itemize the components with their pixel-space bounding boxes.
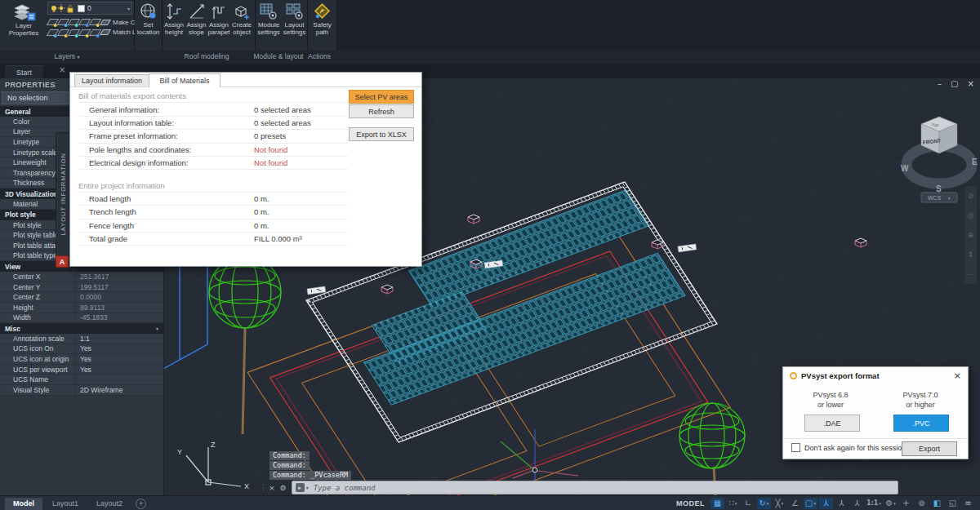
property-row[interactable]: Center Z0.0000 bbox=[0, 292, 163, 303]
model-space-label[interactable]: MODEL bbox=[676, 499, 705, 508]
customize-icon[interactable]: ⚙ bbox=[280, 484, 287, 492]
select-pv-areas-button[interactable]: Select PV areas bbox=[349, 90, 414, 104]
ortho-mode-icon: ∟ bbox=[745, 498, 751, 509]
assign-slope-button[interactable]: Assign slope bbox=[185, 0, 207, 48]
close-icon[interactable]: × bbox=[59, 65, 65, 74]
module-settings-button[interactable]: Module settings bbox=[256, 0, 282, 48]
layer-properties-label: Layer Properties bbox=[2, 23, 46, 37]
property-row[interactable]: UCS per viewportYes bbox=[0, 365, 163, 375]
add-layout-button[interactable]: + bbox=[136, 499, 146, 509]
model-tab-layout2[interactable]: Layout2 bbox=[88, 498, 131, 510]
navbar-icon[interactable]: ◎ bbox=[968, 211, 974, 220]
dae-button[interactable]: .DAE bbox=[804, 415, 860, 432]
close-icon[interactable]: × bbox=[954, 370, 961, 381]
annotation-visibility[interactable]: ⅄ bbox=[819, 498, 833, 509]
navbar-icon[interactable]: ⊕ bbox=[968, 231, 974, 239]
annotation-angle[interactable]: ∠ bbox=[788, 498, 802, 509]
close-icon[interactable]: × bbox=[967, 79, 973, 88]
drag-handle-icon[interactable]: ⋮ bbox=[260, 484, 265, 491]
isolate-objects-icon: ⊚ bbox=[918, 498, 924, 509]
roof-modeling-group-label: Roof modeling bbox=[185, 52, 229, 60]
pvc-button[interactable]: .PVC bbox=[893, 415, 949, 432]
isometric-drafting[interactable]: ╳▾ bbox=[773, 498, 786, 509]
navbar-icon[interactable]: ⋯ bbox=[967, 270, 974, 278]
caret-down-icon: ▾ bbox=[767, 501, 769, 506]
close-icon[interactable]: × bbox=[269, 484, 275, 492]
annotation-autoscale[interactable]: ⅄ bbox=[835, 498, 849, 509]
assign-parapet-button[interactable]: Assign parapet bbox=[207, 0, 230, 48]
restore-icon[interactable]: ▢ bbox=[951, 79, 958, 88]
isolate-objects[interactable]: ⊚ bbox=[915, 498, 929, 509]
viewport-scale-icon: 1:1 bbox=[866, 498, 878, 509]
make-current-icon bbox=[100, 20, 111, 25]
property-row[interactable]: Height89.9113 bbox=[0, 303, 163, 313]
property-label: UCS per viewport bbox=[0, 366, 75, 374]
property-row[interactable]: Width-45.1833 bbox=[0, 313, 163, 324]
layout-settings-button[interactable]: Layout settings bbox=[282, 0, 307, 48]
autocad-pvcase-app: Z Y X W S E TOP FRONT bbox=[0, 0, 980, 510]
property-row[interactable]: UCS Name bbox=[0, 375, 163, 385]
dont-ask-again-checkbox[interactable]: Don't ask again for this session bbox=[791, 443, 906, 452]
start-tab[interactable]: Start bbox=[5, 65, 43, 79]
property-value: 1:1 bbox=[75, 334, 163, 344]
snap-mode[interactable]: ∷▾ bbox=[726, 498, 740, 509]
object-snap[interactable]: ▢▾ bbox=[804, 498, 817, 509]
minimize-icon[interactable]: – bbox=[938, 79, 942, 88]
bom-row-label: Fence length bbox=[78, 221, 254, 230]
property-row[interactable]: Center Y199.5117 bbox=[0, 282, 163, 293]
bom-content: Bill of materials export contentsGeneral… bbox=[78, 90, 348, 246]
navbar-icon[interactable]: ↕ bbox=[968, 251, 974, 259]
compass-south-label[interactable]: S bbox=[936, 184, 942, 193]
bom-row: Layout information table:0 selected area… bbox=[78, 117, 348, 130]
layer-properties-button[interactable]: Layer Properties bbox=[2, 2, 46, 49]
bom-row-value: 0 presets bbox=[254, 131, 348, 140]
tab-layout-information[interactable]: Layout information bbox=[74, 74, 149, 87]
model-tab-layout1[interactable]: Layout1 bbox=[44, 498, 87, 510]
annotation-scale-flyout[interactable]: ⅄ bbox=[850, 498, 864, 509]
model-tab-model[interactable]: Model bbox=[5, 498, 42, 510]
polar-tracking[interactable]: ↻▾ bbox=[757, 498, 771, 509]
compass-west-label[interactable]: W bbox=[901, 164, 909, 173]
compass-east-label[interactable]: E bbox=[972, 157, 978, 166]
set-location-button[interactable]: Set location bbox=[135, 0, 162, 48]
status-toolbar: ▦∷▾∟↻▾╳▾∠▢▾⅄⅄⅄1:1▾⚙▾+⊚◧◱≡ bbox=[710, 498, 975, 509]
navigation-bar[interactable]: ⊘◎⊕↕⋯ bbox=[964, 186, 977, 284]
checkbox-icon[interactable] bbox=[791, 443, 800, 452]
command-line-bar: ⋮ × ⚙ ▸ ▾ Type a command bbox=[260, 481, 898, 494]
export-button[interactable]: Export bbox=[902, 441, 957, 456]
command-input[interactable]: ▸ ▾ Type a command bbox=[292, 481, 898, 494]
layer-dropdown[interactable]: 0 ▾ bbox=[47, 2, 132, 15]
ribbon-group-set-location: Set location bbox=[135, 0, 163, 51]
safety-path-icon bbox=[314, 2, 332, 20]
wcs-label: WCS bbox=[928, 195, 942, 201]
property-row[interactable]: Annotation scale1:1 bbox=[0, 334, 163, 344]
export-to-xlsx-button[interactable]: Export to XLSX bbox=[349, 127, 414, 141]
pvsyst-68-caption: PVsyst 6.8 or lower bbox=[790, 390, 871, 410]
property-row[interactable]: Visual Style2D Wireframe bbox=[0, 385, 163, 396]
property-label: Annotation scale bbox=[0, 335, 75, 343]
clean-screen[interactable]: ◱ bbox=[946, 498, 960, 509]
tab-bill-of-materials[interactable]: Bill of Materials bbox=[149, 73, 220, 87]
hardware-acceleration[interactable]: ◧ bbox=[930, 498, 944, 509]
ortho-mode[interactable]: ∟ bbox=[742, 498, 755, 509]
menu[interactable]: ≡ bbox=[961, 498, 975, 509]
layers-group-label[interactable]: Layers ▾ bbox=[55, 52, 80, 60]
workspace-plus[interactable]: + bbox=[899, 498, 913, 509]
grid-display[interactable]: ▦ bbox=[710, 498, 724, 509]
navbar-icon[interactable]: ⊘ bbox=[968, 192, 974, 200]
caret-down-icon[interactable]: ▾ bbox=[127, 6, 130, 11]
assign-height-button[interactable]: Assign height bbox=[163, 0, 185, 48]
viewport-scale[interactable]: 1:1▾ bbox=[866, 498, 882, 509]
property-row[interactable]: UCS icon OnYes bbox=[0, 344, 163, 355]
create-object-button[interactable]: Create object bbox=[230, 0, 253, 48]
command-icon[interactable]: ▸ bbox=[296, 483, 305, 492]
property-row[interactable]: Center X251.3617 bbox=[0, 272, 163, 282]
bill-of-materials-dialog: Layout information Bill of Materials Bil… bbox=[69, 72, 422, 267]
palette-section-header[interactable]: Misc▾ bbox=[0, 323, 163, 334]
refresh-button[interactable]: Refresh bbox=[349, 104, 414, 118]
bom-row-label: Road length bbox=[78, 194, 254, 203]
safety-path-button[interactable]: Safety path bbox=[308, 0, 336, 48]
caret-down-icon[interactable]: ▾ bbox=[306, 485, 309, 490]
customization-gear[interactable]: ⚙▾ bbox=[884, 498, 898, 509]
property-row[interactable]: UCS icon at originYes bbox=[0, 354, 163, 365]
